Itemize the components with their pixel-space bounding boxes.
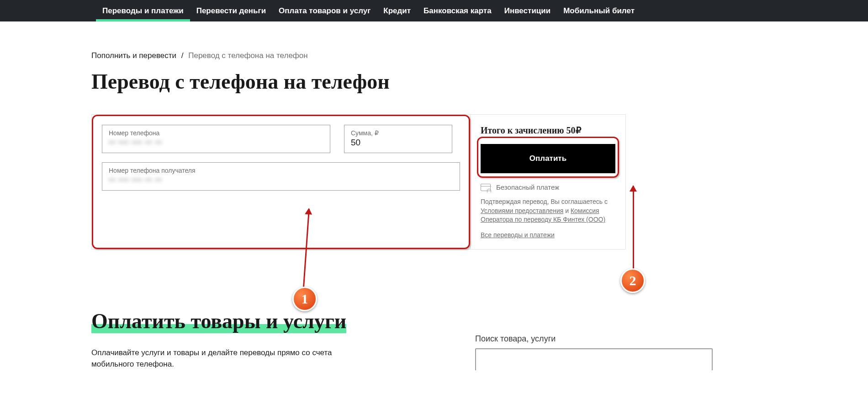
- amount-label: Сумма, ₽: [351, 129, 445, 137]
- disclaimer: Подтверждая перевод, Вы соглашаетесь с У…: [481, 197, 615, 224]
- amount-input[interactable]: [351, 138, 445, 148]
- page-title: Перевод с телефона на телефон: [91, 69, 717, 94]
- phone-from-field[interactable]: Номер телефона: [102, 125, 330, 153]
- all-transfers-link[interactable]: Все переводы и платежи: [481, 231, 555, 239]
- phone-from-label: Номер телефона: [109, 129, 323, 137]
- search-area: Поиск товара, услуги: [475, 334, 713, 370]
- nav-item-transfers[interactable]: Переводы и платежи: [96, 0, 190, 21]
- phone-to-input[interactable]: [109, 175, 453, 185]
- annotation-badge-2: 2: [620, 268, 645, 293]
- pay-goods-section: Оплатить товары и услуги Оплачивайте усл…: [91, 309, 717, 370]
- disclaimer-mid: и: [563, 207, 571, 214]
- total-label: Итого к зачислению 50₽: [481, 125, 615, 136]
- breadcrumb-sep: /: [181, 51, 184, 60]
- phone-to-field[interactable]: Номер телефона получателя: [102, 162, 460, 191]
- search-label: Поиск товара, услуги: [475, 334, 713, 344]
- annotation-badge-1: 1: [292, 287, 317, 311]
- breadcrumb-current: Перевод с телефона на телефон: [188, 51, 308, 60]
- disclaimer-link-terms[interactable]: Условиями предоставления: [481, 207, 563, 214]
- secure-row: Безопасный платеж: [481, 183, 615, 191]
- phone-to-label: Номер телефона получателя: [109, 167, 453, 174]
- section2-subtitle: Оплачивайте услуги и товары и делайте пе…: [91, 347, 338, 370]
- section2-title: Оплатить товары и услуги: [91, 309, 346, 333]
- secure-payment-icon: [481, 184, 491, 191]
- breadcrumb: Пополнить и перевести / Перевод с телефо…: [91, 51, 717, 60]
- breadcrumb-parent[interactable]: Пополнить и перевести: [91, 51, 176, 60]
- nav-item-credit[interactable]: Кредит: [377, 0, 417, 21]
- nav-item-mobile-ticket[interactable]: Мобильный билет: [557, 0, 641, 21]
- pay-button[interactable]: Оплатить: [481, 144, 615, 173]
- search-box[interactable]: [475, 348, 713, 370]
- amount-field[interactable]: Сумма, ₽: [344, 125, 452, 153]
- nav-item-send-money[interactable]: Перевести деньги: [190, 0, 272, 21]
- disclaimer-lead: Подтверждая перевод, Вы соглашаетесь с: [481, 198, 608, 205]
- secure-label: Безопасный платеж: [496, 183, 559, 191]
- form-panel: Номер телефона Сумма, ₽ Номер телефона п…: [91, 114, 471, 250]
- nav-item-bank-card[interactable]: Банковская карта: [417, 0, 498, 21]
- nav-item-invest[interactable]: Инвестиции: [498, 0, 557, 21]
- top-nav: Переводы и платежи Перевести деньги Опла…: [0, 0, 868, 21]
- nav-item-pay-goods[interactable]: Оплата товаров и услуг: [272, 0, 377, 21]
- summary-panel: Итого к зачислению 50₽ Оплатить Безопасн…: [471, 114, 626, 250]
- phone-from-input[interactable]: [109, 138, 323, 148]
